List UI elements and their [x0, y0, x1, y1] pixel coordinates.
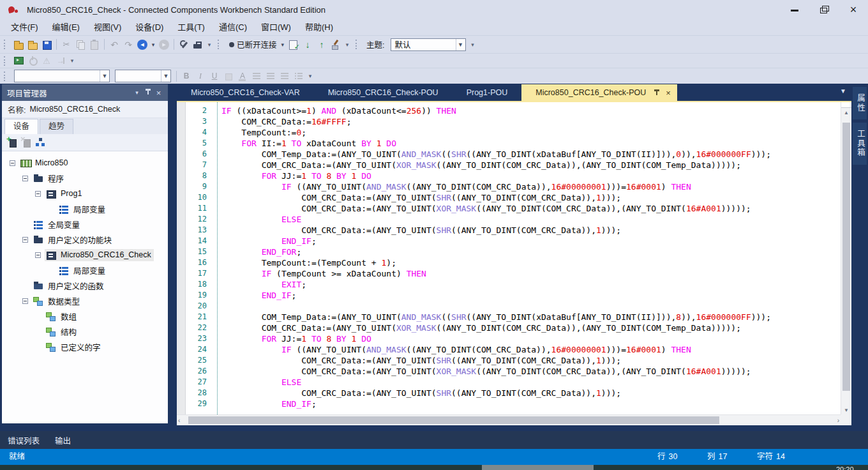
code-line[interactable]: 21 COM_Temp_Data:=(ANY_TO_UINT(AND_MASK(…	[186, 312, 840, 322]
code-line[interactable]: 23 FOR JJ:=1 TO 8 BY 1 DO	[186, 333, 840, 344]
st-code-editor[interactable]: 2IF ((xDataCount>=1) AND (xDataCount<=25…	[177, 102, 851, 425]
menu-item[interactable]: 通信(C)	[212, 19, 254, 35]
splitter-handle[interactable]	[841, 102, 851, 108]
document-tab[interactable]: Micro850_CRC16_Check-POU ×	[521, 84, 677, 101]
tree-item[interactable]: Prog1	[2, 186, 168, 201]
document-tab[interactable]: Micro850_CRC16_Check-VAR	[177, 84, 314, 101]
code-line[interactable]: 28 COM_CRC_Data:=(ANY_TO_UINT(SHR((ANY_T…	[186, 388, 840, 398]
code-line[interactable]: 9 IF ((ANY_TO_UINT(AND_MASK((ANY_TO_DINT…	[186, 181, 840, 192]
chevron-down-icon[interactable]: ▼	[100, 70, 109, 82]
menu-item[interactable]: 工具(T)	[170, 19, 212, 35]
pin-icon[interactable]	[142, 87, 153, 98]
side-tab[interactable]: 工具箱	[853, 123, 867, 165]
code-line[interactable]: 20	[186, 301, 840, 312]
code-line[interactable]: 12 ELSE	[186, 214, 840, 225]
overflow-icon[interactable]	[469, 38, 477, 51]
panel-tool-icon[interactable]	[6, 136, 19, 149]
menu-item[interactable]: 帮助(H)	[298, 19, 340, 35]
window-menu-icon[interactable]	[131, 87, 142, 98]
code-line[interactable]: 15 END_FOR;	[186, 246, 840, 257]
code-line[interactable]: 24 IF ((ANY_TO_UINT(AND_MASK((ANY_TO_DIN…	[186, 344, 840, 355]
close-button[interactable]	[839, 0, 868, 19]
tree-item[interactable]: 用户定义的函数	[2, 278, 168, 293]
vertical-scroll-thumb[interactable]	[842, 123, 850, 391]
tree-item[interactable]: 已定义的字	[2, 339, 168, 354]
toolbar-icon[interactable]	[12, 38, 25, 51]
menu-item[interactable]: 窗口(W)	[254, 19, 298, 35]
pin-icon[interactable]	[652, 89, 661, 97]
expander-icon[interactable]	[35, 191, 41, 197]
scroll-right-icon[interactable]: ›	[830, 415, 839, 425]
bottom-panel-tab[interactable]: 错误列表	[8, 434, 40, 446]
theme-combobox[interactable]: 默认 ▼	[391, 38, 466, 51]
tree-item[interactable]: Micro850_CRC16_Check	[2, 247, 168, 262]
panel-tool-icon[interactable]	[34, 136, 47, 149]
toolbar-icon[interactable]	[287, 38, 300, 51]
code-line[interactable]: 22 COM_CRC_Data:=(ANY_TO_UINT(XOR_MASK((…	[186, 322, 840, 333]
code-line[interactable]: 13 COM_CRC_Data:=(ANY_TO_UINT(SHR((ANY_T…	[186, 225, 840, 236]
side-tab[interactable]: 属性	[853, 87, 867, 119]
toolbar-icon[interactable]	[301, 38, 314, 51]
font-combobox[interactable]: ▼	[14, 70, 110, 82]
code-line[interactable]: 29 END_IF;	[186, 398, 840, 409]
toolbar-icon[interactable]	[177, 38, 190, 51]
code-line[interactable]: 10 COM_CRC_Data:=(ANY_TO_UINT(SHR((ANY_T…	[186, 192, 840, 203]
code-line[interactable]: 17 IF (TempCount >= xDataCount) THEN	[186, 268, 840, 279]
expander-icon[interactable]	[22, 298, 28, 304]
horizontal-scrollbar[interactable]: ‹ ›	[177, 414, 841, 425]
close-tab-icon[interactable]: ×	[666, 88, 671, 98]
code-line[interactable]: 3 COM_CRC_Data:=16#FFFF;	[186, 116, 840, 127]
scroll-up-icon[interactable]: ▲	[841, 108, 851, 118]
menu-item[interactable]: 编辑(E)	[45, 19, 87, 35]
tree-item[interactable]: 用户定义的功能块	[2, 232, 168, 247]
menu-item[interactable]: 设备(D)	[128, 19, 170, 35]
code-line[interactable]: 25 COM_CRC_Data:=(ANY_TO_UINT(SHR((ANY_T…	[186, 355, 840, 366]
code-line[interactable]: 26 COM_CRC_Data:=(ANY_TO_UINT(XOR_MASK((…	[186, 366, 840, 377]
toolbar-icon[interactable]	[343, 38, 351, 51]
toolbar-icon[interactable]	[12, 54, 25, 67]
scroll-left-icon[interactable]: ‹	[178, 415, 187, 425]
toolbar-grip[interactable]	[4, 72, 8, 81]
tree-item[interactable]: 局部变量	[2, 262, 168, 278]
connection-dropdown-icon[interactable]: ▾	[281, 42, 285, 48]
toolbar-icon[interactable]	[206, 38, 213, 51]
toolbar-grip[interactable]	[355, 40, 360, 49]
code-line[interactable]: 2IF ((xDataCount>=1) AND (xDataCount<=25…	[186, 105, 840, 116]
tree-item[interactable]: 结构	[2, 324, 168, 339]
toolbar-icon[interactable]	[306, 70, 314, 82]
minimize-button[interactable]	[780, 0, 809, 19]
code-line[interactable]: 19 END_IF;	[186, 290, 840, 301]
tree-item[interactable]: 局部变量	[2, 201, 168, 216]
code-line[interactable]: 18 EXIT;	[186, 279, 840, 290]
expander-icon[interactable]	[22, 237, 28, 243]
code-line[interactable]: 5 FOR II:=1 TO xDataCount BY 1 DO	[186, 138, 840, 149]
chevron-down-icon[interactable]: ▼	[456, 39, 465, 50]
code-line[interactable]: 6 COM_Temp_Data:=(ANY_TO_UINT(AND_MASK((…	[186, 149, 840, 160]
toolbar-grip[interactable]	[4, 40, 8, 49]
scroll-down-icon[interactable]: ▼	[841, 407, 851, 413]
tree-item[interactable]: Micro850	[2, 155, 168, 171]
toolbar-icon[interactable]	[329, 38, 342, 51]
menu-item[interactable]: 视图(V)	[87, 19, 128, 35]
code-line[interactable]: 8 FOR JJ:=1 TO 8 BY 1 DO	[186, 171, 840, 181]
toolbar-icon[interactable]	[136, 38, 149, 51]
expander-icon[interactable]	[35, 252, 41, 258]
code-line[interactable]: 27 ELSE	[186, 377, 840, 388]
chevron-down-icon[interactable]: ▼	[161, 70, 170, 82]
toolbar-icon[interactable]	[68, 54, 76, 67]
panel-tab[interactable]: 设备	[4, 119, 38, 134]
toolbar-icon[interactable]	[315, 38, 328, 51]
font-size-combobox[interactable]: ▼	[115, 70, 171, 82]
tree-item[interactable]: 数组	[2, 308, 168, 324]
toolbar-icon[interactable]	[191, 38, 204, 51]
code-line[interactable]: 11 COM_CRC_Data:=(ANY_TO_UINT(XOR_MASK((…	[186, 203, 840, 214]
toolbar-icon[interactable]	[40, 38, 53, 51]
expander-icon[interactable]	[22, 176, 28, 181]
vertical-scrollbar[interactable]: ▲ ▼	[841, 102, 851, 414]
bottom-panel-tab[interactable]: 输出	[55, 434, 71, 446]
tab-list-dropdown-icon[interactable]: ▼	[840, 87, 846, 95]
code-line[interactable]: 4 TempCount:=0;	[186, 127, 840, 138]
horizontal-scroll-thumb[interactable]	[188, 416, 719, 424]
toolbar-grip[interactable]	[218, 40, 222, 49]
tree-item[interactable]: 全局变量	[2, 216, 168, 232]
